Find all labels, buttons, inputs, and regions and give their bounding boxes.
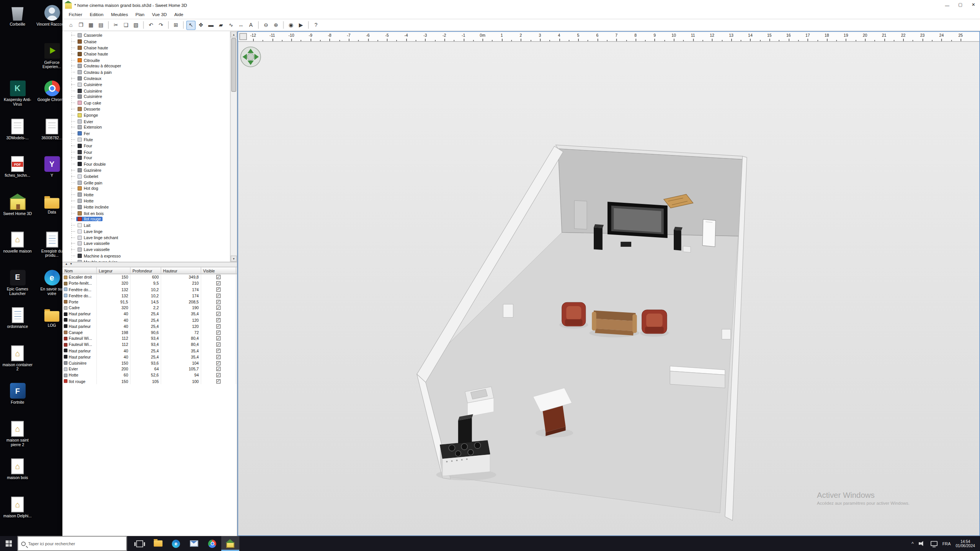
toolbar-copy-button[interactable]: ❏ bbox=[121, 20, 131, 29]
toolbar-create-polylines-button[interactable]: ∿ bbox=[226, 20, 235, 29]
furniture-row-cuisini-re[interactable]: Cuisinière15093,6104✓ bbox=[62, 360, 237, 366]
catalog-item-lave-vaisselle[interactable]: Lave vaisselle bbox=[62, 247, 230, 253]
catalog-item-four[interactable]: Four bbox=[62, 143, 230, 149]
close-button[interactable]: ✕ bbox=[967, 0, 980, 10]
toolbar-cut-button[interactable]: ✂ bbox=[111, 20, 121, 29]
catalog-item-cup-cake[interactable]: Cup cake bbox=[62, 100, 230, 106]
menu-plan[interactable]: Plan bbox=[132, 10, 148, 19]
catalog-item-flute[interactable]: Flute bbox=[62, 137, 230, 143]
desktop-icon-maison-saint-pierre-2[interactable]: maison saint pierre 2 bbox=[1, 421, 34, 447]
toolbar-create-walls-button[interactable]: ▬ bbox=[206, 20, 216, 29]
hidden-icons-button[interactable]: ^ bbox=[911, 541, 914, 546]
catalog-item-ilot-rouge[interactable]: Ilot rouge bbox=[62, 216, 230, 222]
furniture-row-canap[interactable]: Canapé19890,672✓ bbox=[62, 329, 237, 336]
taskbar-sweet-home-3d-button[interactable] bbox=[221, 536, 239, 551]
menu-aide[interactable]: Aide bbox=[170, 10, 187, 19]
scroll-up-button[interactable] bbox=[230, 31, 237, 37]
toolbar-create-rooms-button[interactable]: ▰ bbox=[216, 20, 225, 29]
catalog-item-cuisini-re[interactable]: Cuisinière bbox=[62, 88, 230, 94]
menu-meubles[interactable]: Meubles bbox=[107, 10, 132, 19]
scroll-down-button[interactable] bbox=[230, 256, 237, 262]
furniture-row-escalier-droit[interactable]: Escalier droit150600349,8✓ bbox=[62, 274, 237, 280]
catalog-item-chaise-haute[interactable]: Chaise haute bbox=[62, 45, 230, 51]
toolbar-pan-button[interactable]: ✥ bbox=[196, 20, 206, 29]
catalog-item-machine-expresso[interactable]: Machine à expresso bbox=[62, 253, 230, 259]
split-divider[interactable]: ▲ ▼ bbox=[62, 262, 237, 267]
visible-checkbox[interactable]: ✓ bbox=[216, 361, 220, 365]
catalog-item-couteaux[interactable]: Couteaux bbox=[62, 75, 230, 82]
visible-checkbox[interactable]: ✓ bbox=[216, 355, 220, 359]
plan-ruler[interactable]: -12-11-10-9-8-7-6-5-4-3-2-10m12345678910… bbox=[238, 32, 979, 42]
toolbar-help-button[interactable]: ? bbox=[311, 20, 320, 29]
desktop-icon-maison-delphi[interactable]: maison Delphi... bbox=[1, 496, 34, 518]
furniture-row-porte-fen-t[interactable]: Porte-fenêt...3209,5210✓ bbox=[62, 280, 237, 287]
volume-icon[interactable] bbox=[919, 541, 926, 546]
column-header-nom[interactable]: Nom bbox=[62, 267, 97, 274]
desktop-icon-nouvelle-maison[interactable]: nouvelle maison bbox=[1, 232, 34, 253]
desktop-icon-maison-bois[interactable]: maison bois bbox=[1, 458, 34, 480]
furniture-row-fen-tre-do[interactable]: Fenêtre do...13210,2174✓ bbox=[62, 287, 237, 293]
toolbar-zoom-in-button[interactable]: ⊕ bbox=[271, 20, 281, 29]
catalog-item-grille-pain[interactable]: Grille pain bbox=[62, 179, 230, 186]
collapse-up-icon[interactable]: ▲ bbox=[65, 263, 68, 266]
visible-checkbox[interactable]: ✓ bbox=[216, 318, 220, 322]
catalog-item-hotte[interactable]: Hotte bbox=[62, 198, 230, 204]
visible-checkbox[interactable]: ✓ bbox=[216, 330, 220, 334]
taskbar-explorer-button[interactable] bbox=[149, 536, 167, 551]
catalog-item-gazini-re[interactable]: Gazinière bbox=[62, 167, 230, 173]
toolbar-open-button[interactable]: ❐ bbox=[76, 20, 85, 29]
visible-checkbox[interactable]: ✓ bbox=[216, 275, 220, 279]
furniture-row-haut-parleur[interactable]: Haut parleur4025,435,4✓ bbox=[62, 311, 237, 317]
catalog-item-hot-dog[interactable]: Hot dog bbox=[62, 186, 230, 192]
toolbar-paste-button[interactable]: ▧ bbox=[131, 20, 140, 29]
collapse-down-icon[interactable]: ▼ bbox=[70, 263, 72, 266]
furniture-row-haut-parleur[interactable]: Haut parleur4025,435,4✓ bbox=[62, 354, 237, 360]
scrollbar-thumb[interactable] bbox=[231, 38, 236, 92]
visible-checkbox[interactable]: ✓ bbox=[216, 312, 220, 316]
catalog-item-ilot-en-bois[interactable]: Ilot en bois bbox=[62, 210, 230, 216]
desktop-icon-epic-games-launcher[interactable]: Epic Games Launcher bbox=[1, 269, 34, 295]
desktop-icon-ordonnance[interactable]: ordonnance bbox=[1, 307, 34, 329]
toolbar-create-photo-button[interactable]: ◉ bbox=[286, 20, 296, 29]
visible-checkbox[interactable]: ✓ bbox=[216, 336, 220, 341]
catalog-item-cuisini-re[interactable]: Cuisinière bbox=[62, 94, 230, 100]
view-3d[interactable]: Activer Windows Accédez aux paramètres p… bbox=[238, 42, 979, 535]
catalog-item-eponge[interactable]: Eponge bbox=[62, 112, 230, 118]
furniture-row-haut-parleur[interactable]: Haut parleur4025,4120✓ bbox=[62, 323, 237, 329]
column-header-profondeur[interactable]: Profondeur bbox=[131, 267, 161, 274]
toolbar-select-button[interactable]: ↖ bbox=[186, 20, 196, 29]
visible-checkbox[interactable]: ✓ bbox=[216, 342, 220, 347]
column-header-hauteur[interactable]: Hauteur bbox=[161, 267, 201, 274]
visible-checkbox[interactable]: ✓ bbox=[216, 293, 220, 298]
visible-checkbox[interactable]: ✓ bbox=[216, 300, 220, 304]
furniture-row-fauteuil-wi[interactable]: Fauteuil Wi...11293,480,4✓ bbox=[62, 342, 237, 348]
visible-checkbox[interactable]: ✓ bbox=[216, 306, 220, 310]
desktop-icon-fiches-techn[interactable]: fiches_techn... bbox=[1, 156, 34, 178]
view3d-canvas[interactable] bbox=[238, 42, 979, 535]
visible-checkbox[interactable]: ✓ bbox=[216, 324, 220, 328]
catalog-item-hotte-inclin-e[interactable]: Hotte inclinée bbox=[62, 204, 230, 210]
visible-checkbox[interactable]: ✓ bbox=[216, 379, 220, 383]
furniture-row-evier[interactable]: Evier20064105,7✓ bbox=[62, 366, 237, 372]
furniture-row-haut-parleur[interactable]: Haut parleur4025,435,4✓ bbox=[62, 348, 237, 354]
visible-checkbox[interactable]: ✓ bbox=[216, 281, 220, 285]
toolbar-create-video-button[interactable]: ▶ bbox=[296, 20, 305, 29]
language-indicator[interactable]: FRA bbox=[942, 541, 951, 546]
catalog-item-citrouille[interactable]: Citrouille bbox=[62, 57, 230, 63]
catalog-item-couteau-pain[interactable]: Couteau à pain bbox=[62, 69, 230, 75]
menu-fichier[interactable]: Fichier bbox=[65, 10, 86, 19]
taskbar-chrome-button[interactable] bbox=[203, 536, 221, 551]
catalog-item-lave-linge[interactable]: Lave linge bbox=[62, 228, 230, 235]
start-button[interactable] bbox=[0, 536, 18, 551]
taskbar-edge-button[interactable] bbox=[167, 536, 185, 551]
furniture-row-fauteuil-wi[interactable]: Fauteuil Wi...11293,480,4✓ bbox=[62, 336, 237, 342]
desktop-icon-sweet-home-3d[interactable]: Sweet Home 3D bbox=[1, 194, 34, 215]
visible-checkbox[interactable]: ✓ bbox=[216, 349, 220, 353]
catalog-item-four[interactable]: Four bbox=[62, 149, 230, 155]
visible-checkbox[interactable]: ✓ bbox=[216, 373, 220, 377]
catalog-item-extension[interactable]: Extension bbox=[62, 124, 230, 130]
furniture-row-fen-tre-do[interactable]: Fenêtre do...13210,2174✓ bbox=[62, 293, 237, 299]
catalog-item-four-double[interactable]: Four double bbox=[62, 161, 230, 167]
column-header-visible[interactable]: Visible bbox=[201, 267, 236, 274]
toolbar-zoom-out-button[interactable]: ⊖ bbox=[261, 20, 270, 29]
